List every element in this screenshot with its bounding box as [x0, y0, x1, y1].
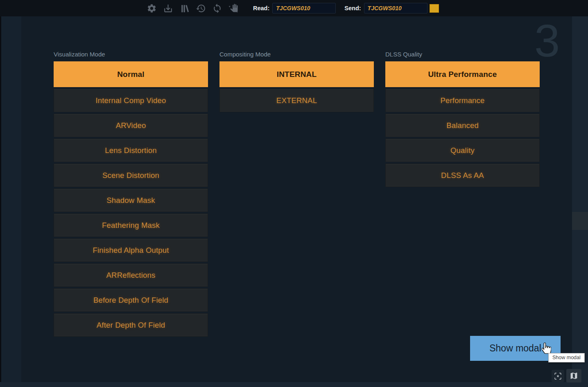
- compositing-mode-panel: Compositing Mode INTERNAL EXTERNAL: [219, 51, 374, 112]
- dlss-quality-panel: DLSS Quality Ultra Performance Performan…: [385, 51, 540, 187]
- dlss-option-dlss-as-aa[interactable]: DLSS As AA: [385, 164, 540, 187]
- toolbar-icon-group: [147, 0, 239, 16]
- cursor-pointer: [542, 342, 551, 354]
- dlss-option-balanced[interactable]: Balanced: [385, 114, 540, 137]
- dlss-option-ultra-performance[interactable]: Ultra Performance: [385, 61, 540, 87]
- visualization-mode-label: Visualization Mode: [54, 51, 208, 58]
- bottom-band: [0, 382, 588, 387]
- viz-option-internal-comp-video[interactable]: Internal Comp Video: [54, 89, 208, 112]
- map-button[interactable]: [566, 369, 581, 382]
- dlss-quality-label: DLSS Quality: [385, 51, 540, 58]
- comp-option-internal[interactable]: INTERNAL: [219, 61, 374, 87]
- viz-option-lens-distortion[interactable]: Lens Distortion: [54, 139, 208, 162]
- download-icon[interactable]: [163, 3, 173, 14]
- status-swatch[interactable]: [430, 4, 439, 13]
- visualization-mode-panel: Visualization Mode Normal Internal Comp …: [54, 51, 208, 337]
- viz-option-shadow-mask[interactable]: Shadow Mask: [54, 189, 208, 212]
- left-margin-band: [1, 16, 21, 387]
- magic-hand-icon[interactable]: [228, 3, 239, 14]
- history-icon[interactable]: [196, 3, 206, 14]
- left-edge-strip: [0, 0, 1, 387]
- viz-option-after-depth-of-field[interactable]: After Depth Of Field: [54, 313, 208, 337]
- comp-option-external[interactable]: EXTERNAL: [219, 89, 374, 112]
- viz-option-normal[interactable]: Normal: [54, 61, 208, 87]
- send-input[interactable]: [364, 3, 427, 14]
- read-send-group: Read: Send:: [253, 0, 427, 16]
- app-window: Read: Send: 3 Visualization Mode Normal …: [0, 0, 588, 387]
- right-scrollbar-track: [572, 16, 588, 382]
- top-toolbar: Read: Send:: [0, 0, 588, 16]
- viz-option-before-depth-of-field[interactable]: Before Depth Of Field: [54, 288, 208, 312]
- library-books-icon[interactable]: [179, 3, 190, 14]
- refresh-sync-icon[interactable]: [212, 3, 222, 14]
- read-input[interactable]: [272, 3, 336, 14]
- settings-gear-icon[interactable]: [147, 3, 157, 14]
- viz-option-feathering-mask[interactable]: Feathering Mask: [54, 214, 208, 237]
- viz-option-finished-alpha-output[interactable]: Finished Alpha Output: [54, 239, 208, 262]
- dlss-option-performance[interactable]: Performance: [385, 89, 540, 112]
- viz-option-arvideo[interactable]: ARVideo: [54, 114, 208, 137]
- read-label: Read:: [253, 5, 269, 11]
- fit-view-button[interactable]: [552, 370, 564, 382]
- show-modal-tooltip: Show modal: [548, 353, 585, 362]
- dlss-option-quality[interactable]: Quality: [385, 139, 540, 162]
- viz-option-scene-distortion[interactable]: Scene Distortion: [54, 164, 208, 187]
- scrollbar-thumb[interactable]: [572, 212, 588, 230]
- map-icon: [570, 371, 578, 380]
- send-label: Send:: [344, 5, 361, 11]
- viz-option-arreflections[interactable]: ARReflections: [54, 263, 208, 287]
- compositing-mode-label: Compositing Mode: [219, 51, 374, 58]
- fit-view-icon: [554, 372, 562, 380]
